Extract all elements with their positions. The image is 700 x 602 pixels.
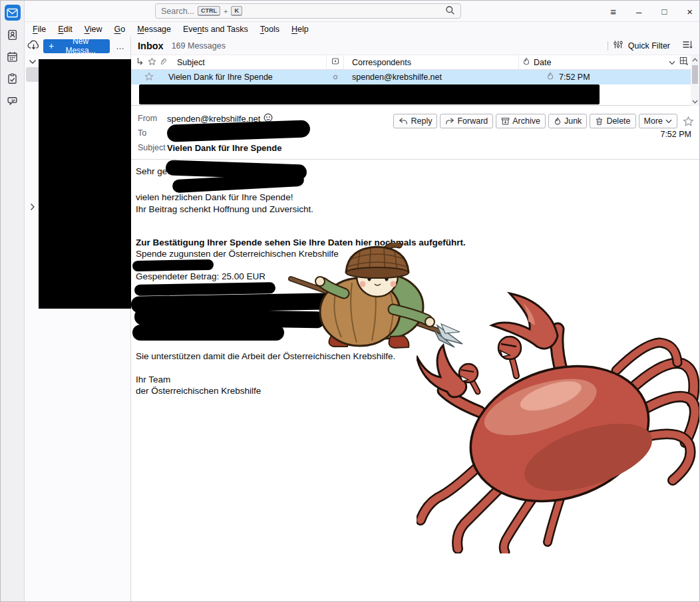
star-message-icon[interactable]: [683, 116, 694, 127]
message-time: 7:52 PM: [660, 130, 691, 139]
row-read-status-icon[interactable]: [333, 73, 338, 82]
redaction-donor-line: [132, 259, 214, 271]
row-date: 7:52 PM: [558, 73, 691, 82]
scroll-down-icon[interactable]: [692, 97, 698, 106]
folder-pane: + New Messa... …: [25, 37, 131, 601]
message-list-display-options-icon[interactable]: [682, 40, 693, 51]
close-button[interactable]: ×: [687, 7, 693, 17]
menu-help[interactable]: Help: [286, 24, 314, 35]
get-messages-icon[interactable]: [27, 39, 40, 53]
thread-column-icon[interactable]: [136, 57, 145, 68]
column-picker-icon[interactable]: [679, 57, 689, 68]
star-column-icon[interactable]: [148, 57, 156, 68]
body-line-2: Ihr Beitrag schenkt Hoffnung und Zuversi…: [136, 204, 313, 214]
row-star-icon[interactable]: [144, 72, 154, 83]
folder-toolbar-more-button[interactable]: …: [113, 41, 128, 51]
minimize-button[interactable]: –: [636, 7, 641, 17]
spaces-toolbar: [1, 1, 25, 601]
list-header-bar: Inbox 169 Messages Quick Filter: [131, 37, 699, 55]
titlebar: Search... CTRL + K ≡ – □ ×: [25, 1, 699, 22]
from-label: From: [138, 114, 167, 123]
search-icon: [445, 5, 455, 17]
to-label: To: [138, 128, 167, 138]
scrollbar-thumb[interactable]: [692, 65, 698, 84]
folder-chevron-right-icon[interactable]: [30, 203, 35, 213]
calendar-icon[interactable]: [5, 49, 21, 65]
message-list-scrollbar[interactable]: [691, 55, 699, 106]
folder-list: [25, 55, 130, 601]
message-list-row-selected[interactable]: Vielen Dank für Ihre Spende spenden@kreb…: [131, 70, 691, 84]
body-support-line: Sie unterstützen damit die Arbeit der Ös…: [136, 351, 395, 361]
subject-value: Vielen Dank für Ihre Spende: [167, 143, 281, 153]
folder-pane-toolbar: + New Messa... …: [25, 37, 130, 55]
account-twisty-chevron-down-icon[interactable]: [29, 57, 37, 67]
correspondents-column-header[interactable]: Correspondents: [352, 58, 411, 67]
menu-view[interactable]: View: [79, 24, 108, 35]
separator: [608, 41, 608, 51]
thread-list-column-header: Subject Correspondents Date: [131, 55, 699, 70]
message-body: Sehr gee vielen herzlichen Dank für Ihre…: [131, 160, 699, 601]
junk-column-icon[interactable]: [522, 57, 530, 68]
maximize-button[interactable]: □: [661, 7, 667, 16]
unread-column-icon[interactable]: [331, 57, 339, 67]
global-search-input[interactable]: Search... CTRL + K: [155, 3, 461, 19]
reply-icon: [399, 117, 408, 125]
new-message-label: New Messa...: [57, 37, 104, 55]
row-subject: Vielen Dank für Ihre Spende: [167, 73, 327, 82]
menu-events-and-tasks[interactable]: Events and Tasks: [178, 24, 254, 35]
search-placeholder: Search...: [161, 7, 194, 16]
redaction-folder-names: [39, 59, 131, 309]
subject-column-header[interactable]: Subject: [177, 58, 205, 67]
body-amount-line: Gespendeter Betrag: 25.00 EUR: [136, 271, 265, 281]
plus-glyph: +: [224, 7, 228, 15]
menu-message[interactable]: Message: [132, 24, 176, 35]
message-list-row[interactable]: [131, 84, 691, 106]
row-correspondent: spenden@krebshilfe.net: [344, 73, 543, 82]
row-junk-icon[interactable]: [546, 72, 554, 82]
forward-icon: [445, 117, 454, 125]
thunderbird-window: Search... CTRL + K ≡ – □ × FileEditViewG…: [0, 0, 700, 602]
body-signature-1: Ihr Team: [136, 375, 170, 384]
chevron-down-icon: [665, 119, 672, 124]
menubar: FileEditViewGoMessageEvents and TasksToo…: [25, 22, 699, 37]
k-keycap: K: [231, 6, 242, 16]
redaction-message-row: [139, 84, 600, 104]
app-menu-button[interactable]: ≡: [610, 7, 616, 17]
subject-label: Subject: [138, 143, 167, 152]
inbox-message-count: 169 Messages: [172, 41, 226, 51]
menu-go[interactable]: Go: [109, 24, 131, 35]
quick-filter-label[interactable]: Quick Filter: [628, 41, 670, 51]
scroll-up-icon[interactable]: [692, 55, 698, 64]
body-signature-2: der Österreichischen Krebshilfe: [136, 386, 261, 396]
inbox-title: Inbox: [138, 41, 164, 51]
chat-icon[interactable]: [5, 92, 21, 108]
address-book-icon[interactable]: [5, 27, 21, 43]
body-line-1: vielen herzlichen Dank für Ihre Spende!: [136, 192, 293, 202]
date-column-header[interactable]: Date: [534, 58, 551, 67]
ctrl-keycap: CTRL: [198, 6, 220, 16]
new-message-button[interactable]: + New Messa...: [43, 39, 110, 53]
redaction-detail-4: [132, 325, 284, 341]
plus-icon: +: [49, 41, 54, 51]
quick-filter-icon[interactable]: [613, 40, 623, 51]
menu-tools[interactable]: Tools: [255, 24, 285, 35]
menu-edit[interactable]: Edit: [53, 24, 78, 35]
crab-illustration: [417, 291, 699, 553]
tasks-icon[interactable]: [5, 71, 21, 86]
trash-icon: [595, 117, 604, 126]
archive-icon: [501, 117, 510, 126]
mail-space-icon[interactable]: [5, 5, 21, 21]
date-sort-chevron-down-icon[interactable]: [669, 58, 675, 67]
menu-file[interactable]: File: [27, 24, 51, 35]
message-header: From spenden@krebshilfe.net Reply: [131, 106, 699, 160]
junk-flame-icon: [554, 117, 562, 126]
